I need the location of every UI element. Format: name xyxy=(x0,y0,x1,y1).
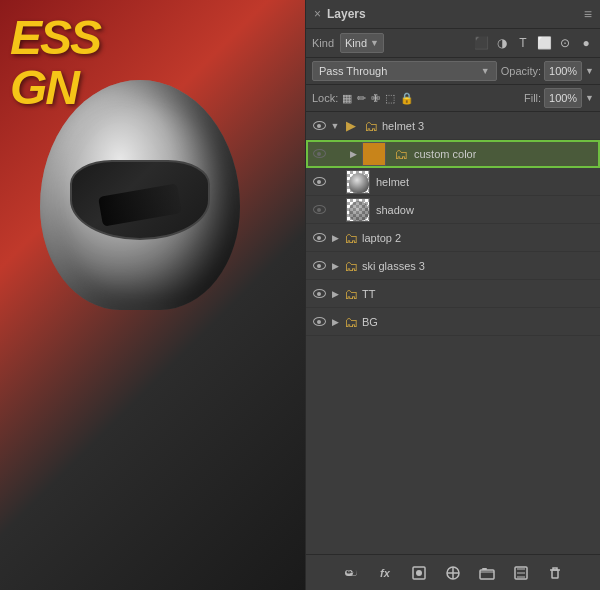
expand-icon[interactable]: ▶ xyxy=(346,147,360,161)
opacity-label: Opacity: xyxy=(501,65,541,77)
kind-row: Kind Kind ▼ ⬛ ◑ T ⬜ ⊙ ● xyxy=(306,29,600,58)
layer-item[interactable]: helmet xyxy=(306,168,600,196)
opacity-arrow[interactable]: ▼ xyxy=(585,66,594,76)
lock-label: Lock: xyxy=(312,92,338,104)
shape-filter-icon[interactable]: ⬜ xyxy=(536,35,552,51)
group-folder-icon: 🗂 xyxy=(342,287,360,301)
visibility-icon[interactable] xyxy=(310,285,328,303)
layer-name: helmet xyxy=(376,176,409,188)
svg-point-1 xyxy=(416,570,422,576)
lock-artboard-icon[interactable]: ⬚ xyxy=(385,92,395,105)
blend-row: Pass Through ▼ Opacity: 100% ▼ xyxy=(306,58,600,85)
layers-list: ▼ ▶ 🗂 helmet 3 ▶ 🗂 custom color xyxy=(306,112,600,554)
visibility-icon[interactable] xyxy=(310,257,328,275)
expand-icon[interactable]: ▶ xyxy=(328,231,342,245)
lock-position-icon[interactable]: ✙ xyxy=(371,92,380,105)
expand-icon[interactable]: ▼ xyxy=(328,119,342,133)
filter-icons: ⬛ ◑ T ⬜ ⊙ ● xyxy=(473,35,594,51)
layer-name: BG xyxy=(362,316,596,328)
create-layer-button[interactable] xyxy=(509,561,533,585)
layer-item[interactable]: ▶ 🗂 ski glasses 3 xyxy=(306,252,600,280)
expand-icon[interactable]: ▶ xyxy=(328,315,342,329)
type-filter-icon[interactable]: T xyxy=(515,35,531,51)
folder-icon: ▶ xyxy=(342,119,360,133)
layer-item[interactable]: ▶ 🗂 laptop 2 xyxy=(306,224,600,252)
close-icon[interactable]: × xyxy=(314,7,321,21)
group-folder-icon: 🗂 xyxy=(342,315,360,329)
visibility-icon[interactable] xyxy=(310,173,328,191)
visibility-icon[interactable] xyxy=(310,313,328,331)
svg-rect-6 xyxy=(552,570,558,578)
lock-icons: ▦ ✏ ✙ ⬚ 🔒 xyxy=(342,92,414,105)
delete-layer-button[interactable] xyxy=(543,561,567,585)
lock-transparent-icon[interactable]: ▦ xyxy=(342,92,352,105)
canvas-image: ESS GN xyxy=(0,0,305,590)
layer-item[interactable]: ▶ 🗂 TT xyxy=(306,280,600,308)
create-group-button[interactable] xyxy=(475,561,499,585)
layer-name: laptop 2 xyxy=(362,232,596,244)
extra-filter-icon[interactable]: ● xyxy=(578,35,594,51)
group-folder-icon: 🗂 xyxy=(342,259,360,273)
group-folder-icon: 🗂 xyxy=(362,119,380,133)
blend-mode-dropdown[interactable]: Pass Through ▼ xyxy=(312,61,497,81)
panel-menu-icon[interactable]: ≡ xyxy=(584,6,592,22)
blend-dropdown-arrow: ▼ xyxy=(481,66,490,76)
layer-item[interactable]: ▶ 🗂 BG xyxy=(306,308,600,336)
pixel-filter-icon[interactable]: ⬛ xyxy=(473,35,489,51)
layer-name: shadow xyxy=(376,204,414,216)
kind-dropdown-arrow: ▼ xyxy=(370,38,379,48)
fill-section: Fill: 100% ▼ xyxy=(524,88,594,108)
visibility-icon[interactable] xyxy=(310,145,328,163)
expand-icon[interactable]: ▶ xyxy=(328,259,342,273)
kind-dropdown[interactable]: Kind ▼ xyxy=(340,33,384,53)
group-folder-icon: 🗂 xyxy=(342,231,360,245)
link-layers-button[interactable] xyxy=(339,561,363,585)
opacity-value[interactable]: 100% xyxy=(544,61,582,81)
svg-rect-3 xyxy=(480,570,494,579)
fill-label: Fill: xyxy=(524,92,541,104)
adjustment-filter-icon[interactable]: ◑ xyxy=(494,35,510,51)
svg-rect-4 xyxy=(482,568,487,570)
blend-mode-label: Pass Through xyxy=(319,65,387,77)
add-mask-button[interactable] xyxy=(407,561,431,585)
kind-dropdown-label: Kind xyxy=(345,37,367,49)
layer-item[interactable]: ▶ 🗂 custom color xyxy=(306,140,600,168)
visibility-icon[interactable] xyxy=(310,117,328,135)
fx-label: fx xyxy=(380,567,390,579)
layer-item[interactable]: shadow xyxy=(306,196,600,224)
layer-name: TT xyxy=(362,288,596,300)
create-adjustment-button[interactable] xyxy=(441,561,465,585)
add-fx-button[interactable]: fx xyxy=(373,561,397,585)
layer-thumbnail xyxy=(346,170,370,194)
layer-name: ski glasses 3 xyxy=(362,260,596,272)
opacity-section: Opacity: 100% ▼ xyxy=(501,61,594,81)
layer-name: helmet 3 xyxy=(382,120,596,132)
layers-panel: × Layers ≡ Kind Kind ▼ ⬛ ◑ T ⬜ ⊙ ● Pass … xyxy=(305,0,600,590)
color-swatch-thumb xyxy=(362,142,386,166)
fill-value[interactable]: 100% xyxy=(544,88,582,108)
lock-image-icon[interactable]: ✏ xyxy=(357,92,366,105)
lock-all-icon[interactable]: 🔒 xyxy=(400,92,414,105)
panel-header: × Layers ≡ xyxy=(306,0,600,29)
visibility-icon[interactable] xyxy=(310,229,328,247)
smart-filter-icon[interactable]: ⊙ xyxy=(557,35,573,51)
canvas-area: ESS GN xyxy=(0,0,305,590)
group-folder-icon: 🗂 xyxy=(392,147,410,161)
lock-row: Lock: ▦ ✏ ✙ ⬚ 🔒 Fill: 100% ▼ xyxy=(306,85,600,112)
kind-label: Kind xyxy=(312,37,334,49)
expand-icon[interactable]: ▶ xyxy=(328,287,342,301)
layer-name: custom color xyxy=(414,148,476,160)
layer-item[interactable]: ▼ ▶ 🗂 helmet 3 xyxy=(306,112,600,140)
canvas-text-ess: ESS xyxy=(10,10,100,65)
panel-footer: fx xyxy=(306,554,600,590)
fill-arrow[interactable]: ▼ xyxy=(585,93,594,103)
panel-header-left: × Layers xyxy=(314,7,366,21)
panel-title: Layers xyxy=(327,7,366,21)
helmet-shape xyxy=(40,80,260,340)
layer-thumbnail xyxy=(346,198,370,222)
visibility-icon[interactable] xyxy=(310,201,328,219)
